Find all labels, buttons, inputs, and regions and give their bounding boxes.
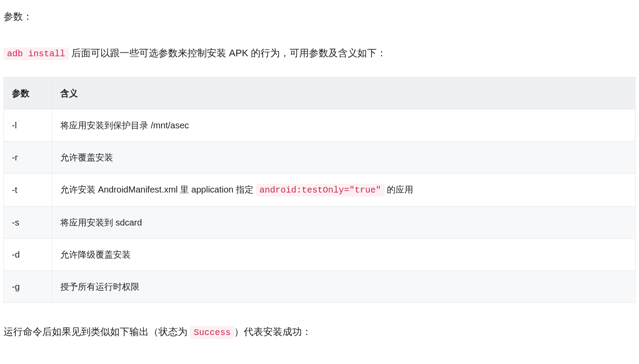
cell-param: -r <box>4 142 52 174</box>
cell-param: -g <box>4 271 52 303</box>
table-row: -t允许安装 AndroidManifest.xml 里 application… <box>4 174 635 207</box>
cell-meaning: 将应用安装到 sdcard <box>52 207 635 239</box>
outro-after: ）代表安装成功： <box>234 326 312 337</box>
table-row: -g授予所有运行时权限 <box>4 271 635 303</box>
cell-param: -l <box>4 109 52 142</box>
inline-code-attr: android:testOnly="true" <box>256 184 385 197</box>
meaning-text-before: 允许安装 AndroidManifest.xml 里 application 指… <box>60 185 256 194</box>
cell-meaning: 允许安装 AndroidManifest.xml 里 application 指… <box>52 174 635 207</box>
cell-param: -t <box>4 174 52 207</box>
inline-code-command: adb install <box>4 47 69 60</box>
cell-meaning: 允许覆盖安装 <box>52 142 635 174</box>
cell-meaning: 允许降级覆盖安装 <box>52 239 635 271</box>
table-header-row: 参数 含义 <box>4 77 635 109</box>
outro-before: 运行命令后如果见到类似如下输出（状态为 <box>4 326 190 337</box>
intro-paragraph: adb install 后面可以跟一些可选参数来控制安装 APK 的行为，可用参… <box>4 45 635 61</box>
outro-paragraph: 运行命令后如果见到类似如下输出（状态为 Success）代表安装成功： <box>4 324 635 340</box>
cell-param: -s <box>4 207 52 239</box>
header-param: 参数 <box>4 77 52 109</box>
intro-text: 后面可以跟一些可选参数来控制安装 APK 的行为，可用参数及含义如下： <box>69 47 386 58</box>
table-row: -d允许降级覆盖安装 <box>4 239 635 271</box>
header-meaning: 含义 <box>52 77 635 109</box>
cell-param: -d <box>4 239 52 271</box>
section-heading: 参数： <box>4 9 635 24</box>
table-row: -s将应用安装到 sdcard <box>4 207 635 239</box>
inline-code-status: Success <box>190 326 234 339</box>
table-row: -l将应用安装到保护目录 /mnt/asec <box>4 109 635 142</box>
meaning-text-after: 的应用 <box>385 185 414 194</box>
table-row: -r允许覆盖安装 <box>4 142 635 174</box>
params-table: 参数 含义 -l将应用安装到保护目录 /mnt/asec-r允许覆盖安装-t允许… <box>4 77 635 303</box>
cell-meaning: 授予所有运行时权限 <box>52 271 635 303</box>
cell-meaning: 将应用安装到保护目录 /mnt/asec <box>52 109 635 142</box>
